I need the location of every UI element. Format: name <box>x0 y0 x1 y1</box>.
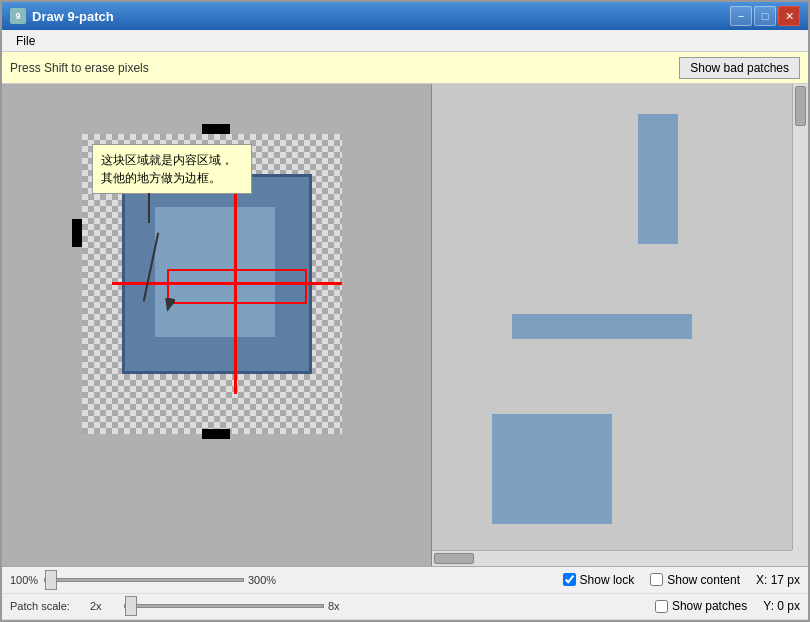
close-button[interactable]: ✕ <box>778 6 800 26</box>
menu-file[interactable]: File <box>8 32 43 50</box>
toolbar-hint: Press Shift to erase pixels <box>10 61 149 75</box>
callout-arrowhead <box>163 298 175 315</box>
title-bar-left: 9 Draw 9-patch <box>10 8 114 24</box>
main-window: 9 Draw 9-patch − □ ✕ File Press Shift to… <box>0 0 810 622</box>
scale-min-label: 2x <box>90 600 120 612</box>
callout-tooltip: 这块区域就是内容区域，其他的地方做为边框。 <box>92 144 252 194</box>
left-patch-marker <box>72 219 82 247</box>
show-patches-label: Show patches <box>672 599 747 613</box>
bottom-patch-marker <box>202 429 230 439</box>
show-content-checkbox[interactable] <box>650 573 663 586</box>
show-content-label: Show content <box>667 573 740 587</box>
preview-wide-shape <box>512 314 692 339</box>
show-bad-patches-button[interactable]: Show bad patches <box>679 57 800 79</box>
scrollbar-bottom[interactable] <box>432 550 792 566</box>
scale-max-label: 8x <box>328 600 358 612</box>
red-content-rect <box>167 269 307 304</box>
patch-scale-slider[interactable] <box>124 604 324 608</box>
status-row-zoom: 100% 300% Show lock Show content X: 17 p… <box>2 567 808 594</box>
patch-scale-label: Patch scale: <box>10 600 90 612</box>
scrollbar-corner <box>792 550 808 566</box>
minimize-button[interactable]: − <box>730 6 752 26</box>
app-icon: 9 <box>10 8 26 24</box>
svg-marker-0 <box>163 298 175 312</box>
maximize-button[interactable]: □ <box>754 6 776 26</box>
show-patches-checkbox[interactable] <box>655 600 668 613</box>
scroll-thumb-horizontal[interactable] <box>434 553 474 564</box>
top-patch-marker <box>202 124 230 134</box>
y-coord-display: Y: 0 px <box>763 599 800 613</box>
zoom-min-label: 100% <box>10 574 40 586</box>
title-bar: 9 Draw 9-patch − □ ✕ <box>2 2 808 30</box>
scale-slider-group: 2x 8x <box>90 600 655 612</box>
title-controls: − □ ✕ <box>730 6 800 26</box>
preview-square-shape <box>492 414 612 524</box>
zoom-max-label: 300% <box>248 574 278 586</box>
preview-tall-shape <box>638 114 678 244</box>
scrollbar-right[interactable] <box>792 84 808 550</box>
window-title: Draw 9-patch <box>32 9 114 24</box>
toolbar: Press Shift to erase pixels Show bad pat… <box>2 52 808 84</box>
coords-display: X: 17 px <box>756 573 800 587</box>
callout-text: 这块区域就是内容区域，其他的地方做为边框。 <box>101 153 233 185</box>
preview-panel <box>432 84 808 566</box>
show-patches-group: Show patches <box>655 599 747 613</box>
show-lock-group: Show lock <box>563 573 635 587</box>
menu-bar: File <box>2 30 808 52</box>
status-bar: 100% 300% Show lock Show content X: 17 p… <box>2 566 808 620</box>
show-lock-label: Show lock <box>580 573 635 587</box>
main-area: 这块区域就是内容区域，其他的地方做为边框。 <box>2 84 808 566</box>
x-coord: X: 17 px <box>756 573 800 587</box>
zoom-slider-group: 100% 300% <box>10 574 563 586</box>
y-coord: Y: 0 px <box>763 599 800 613</box>
editor-panel: 这块区域就是内容区域，其他的地方做为边框。 <box>2 84 432 566</box>
zoom-slider[interactable] <box>44 578 244 582</box>
scroll-thumb-vertical[interactable] <box>795 86 806 126</box>
status-row-scale: Patch scale: 2x 8x Show patches Y: 0 px <box>2 594 808 621</box>
show-content-group: Show content <box>650 573 740 587</box>
show-lock-checkbox[interactable] <box>563 573 576 586</box>
